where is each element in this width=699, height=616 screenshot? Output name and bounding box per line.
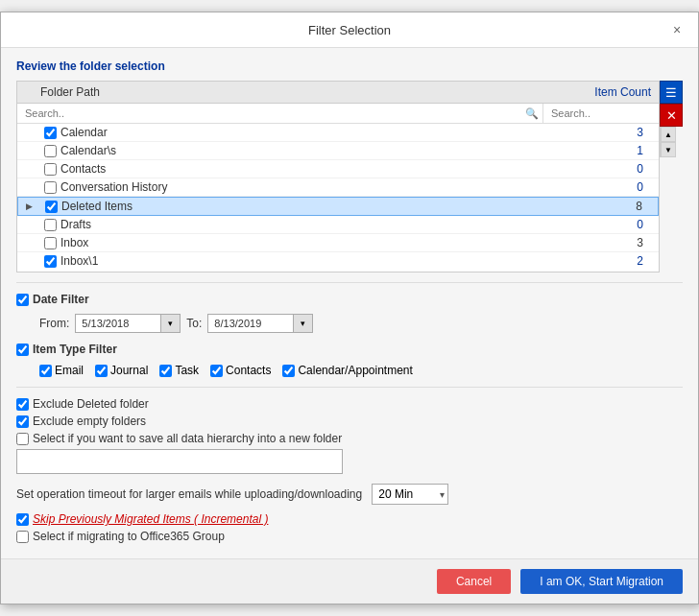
folder-search-input[interactable] <box>21 106 525 121</box>
cancel-button[interactable]: Cancel <box>437 569 511 594</box>
item-type-checkbox-item: Contacts <box>210 364 271 377</box>
dialog-footer: Cancel I am OK, Start Migration <box>1 558 698 604</box>
folder-table: Folder Path Item Count 🔍 🔍 <box>16 81 660 272</box>
item-type-checkbox[interactable] <box>159 365 172 377</box>
item-type-checkbox-item: Email <box>39 364 84 377</box>
row-checkbox[interactable] <box>44 181 57 194</box>
row-count: 2 <box>582 254 659 268</box>
from-label: From: <box>39 317 69 330</box>
timeout-row: Set operation timeout for larger emails … <box>16 484 683 505</box>
timeout-select-wrap: 5 Min10 Min20 Min30 Min60 Min ▾ <box>372 484 448 505</box>
count-search-input[interactable] <box>547 106 660 121</box>
row-expand-icon: ▶ <box>26 201 41 211</box>
search-row: 🔍 🔍 <box>17 104 659 124</box>
item-type-checkbox[interactable] <box>210 365 223 377</box>
table-icon-buttons: ☰ ✕ ▲ ▼ <box>660 81 683 157</box>
folder-search-wrap: 🔍 <box>17 104 543 123</box>
table-row: Inbox\1 2 <box>17 252 659 268</box>
row-checkbox[interactable] <box>44 219 57 231</box>
option-label[interactable]: Exclude empty folders <box>33 415 146 428</box>
item-type-label: Email <box>55 364 84 377</box>
folder-hierarchy-input[interactable] <box>16 449 343 474</box>
item-type-checkbox[interactable] <box>95 365 108 377</box>
ok-button[interactable]: I am OK, Start Migration <box>520 569 683 594</box>
row-count: 0 <box>582 180 659 194</box>
date-filter-checkbox[interactable] <box>16 294 29 306</box>
option-row: Select if you want to save all data hier… <box>16 432 683 445</box>
from-date-value: 5/13/2018 <box>82 318 129 329</box>
table-row: Conversation History 0 <box>17 178 659 197</box>
item-type-label: Calendar/Appointment <box>298 364 412 377</box>
item-type-label: Contacts <box>226 364 271 377</box>
filter-selection-dialog: Filter Selection × Review the folder sel… <box>0 12 699 604</box>
row-label: Conversation History <box>60 180 582 194</box>
row-count: 3 <box>582 126 659 139</box>
date-filter-label[interactable]: Date Filter <box>33 293 89 306</box>
row-checkbox[interactable] <box>45 201 58 213</box>
skip-incremental-label[interactable]: Skip Previously Migrated Items ( Increme… <box>33 512 268 526</box>
row-checkbox[interactable] <box>44 163 57 176</box>
to-date-picker-button[interactable]: ▾ <box>294 314 313 333</box>
row-label: Inbox <box>60 236 582 249</box>
scroll-down-button[interactable]: ▼ <box>661 142 676 157</box>
row-label: Calendar\s <box>60 144 582 157</box>
row-label: Calendar <box>60 126 582 139</box>
close-button[interactable]: × <box>667 20 687 39</box>
item-type-filter-checkbox[interactable] <box>16 344 29 356</box>
to-date-wrapper: 8/13/2019 ▾ <box>207 314 313 333</box>
to-date-input[interactable]: 8/13/2019 <box>207 314 294 333</box>
office365-checkbox[interactable] <box>16 531 29 543</box>
table-row: Contacts 0 <box>17 160 659 178</box>
row-checkbox[interactable] <box>44 255 57 268</box>
item-type-checkbox[interactable] <box>39 365 52 377</box>
row-label: Inbox\1 <box>60 254 582 268</box>
option-checkbox[interactable] <box>16 398 29 411</box>
from-date-wrapper: 5/13/2018 ▾ <box>75 314 181 333</box>
timeout-label: Set operation timeout for larger emails … <box>16 487 362 501</box>
to-label: To: <box>186 317 202 330</box>
option-checkbox[interactable] <box>16 433 29 445</box>
filter-icon-button[interactable]: ☰ <box>660 81 683 104</box>
from-date-picker-button[interactable]: ▾ <box>161 314 181 333</box>
row-checkbox[interactable] <box>44 145 57 157</box>
row-label: Contacts <box>60 162 582 176</box>
folder-table-body: Calendar 3 Calendar\s 1 Contacts 0 Conve… <box>17 124 659 268</box>
item-type-checkboxes: Email Journal Task Contacts Calendar/App… <box>39 364 683 377</box>
clear-icon-button[interactable]: ✕ <box>660 104 683 127</box>
dialog-title: Filter Selection <box>32 23 667 37</box>
scroll-up-button[interactable]: ▲ <box>661 127 676 142</box>
item-type-checkbox[interactable] <box>282 365 295 377</box>
option-label[interactable]: Select if you want to save all data hier… <box>33 432 342 445</box>
folder-table-container: Folder Path Item Count 🔍 🔍 <box>16 81 683 272</box>
table-row: Drafts 0 <box>17 216 659 234</box>
skip-incremental-row: Skip Previously Migrated Items ( Increme… <box>16 512 683 526</box>
table-row: Calendar 3 <box>17 124 659 142</box>
divider-2 <box>16 387 683 388</box>
option-row: Exclude Deleted folder <box>16 397 683 411</box>
option-checkbox[interactable] <box>16 415 29 428</box>
row-label: Deleted Items <box>61 200 581 213</box>
item-count-header: Item Count <box>543 82 659 103</box>
to-date-value: 8/13/2019 <box>214 318 261 329</box>
item-type-checkbox-item: Journal <box>95 364 148 377</box>
table-header: Folder Path Item Count <box>17 82 659 104</box>
review-section-title: Review the folder selection <box>16 59 683 73</box>
row-count: 3 <box>582 236 659 249</box>
timeout-select[interactable]: 5 Min10 Min20 Min30 Min60 Min <box>372 484 448 505</box>
title-bar: Filter Selection × <box>1 12 698 48</box>
item-type-label: Task <box>175 364 199 377</box>
row-checkbox[interactable] <box>44 127 57 139</box>
office365-label[interactable]: Select if migrating to Office365 Group <box>33 530 225 543</box>
option-label[interactable]: Exclude Deleted folder <box>33 397 149 411</box>
item-type-filter-label[interactable]: Item Type Filter <box>33 343 117 356</box>
option-row: Exclude empty folders <box>16 415 683 428</box>
item-type-checkbox-item: Calendar/Appointment <box>282 364 412 377</box>
office365-row: Select if migrating to Office365 Group <box>16 530 683 543</box>
table-row: Inbox 3 <box>17 234 659 252</box>
row-checkbox[interactable] <box>44 237 57 249</box>
skip-incremental-checkbox[interactable] <box>16 513 29 526</box>
folder-search-icon: 🔍 <box>525 107 539 120</box>
from-date-input[interactable]: 5/13/2018 <box>75 314 161 333</box>
date-filter-row: Date Filter <box>16 293 683 306</box>
divider-1 <box>16 282 683 283</box>
